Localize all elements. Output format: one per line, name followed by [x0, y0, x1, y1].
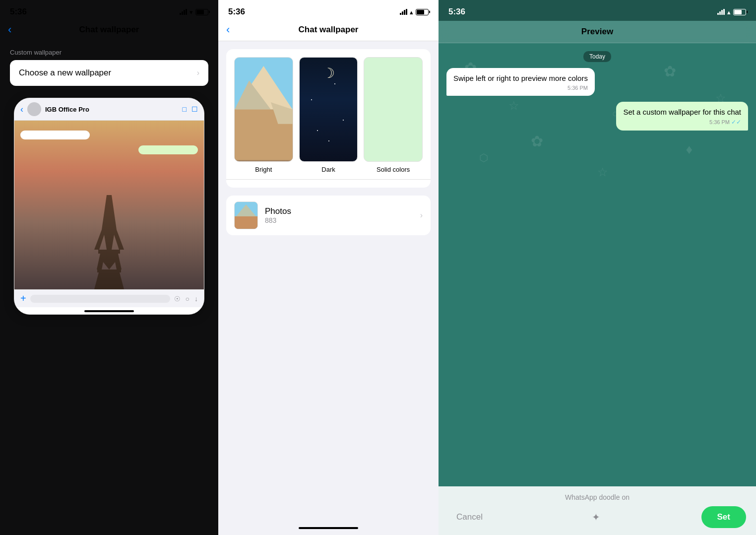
status-time-center: 5:36	[228, 7, 245, 17]
received-time-1: 5:36 PM	[453, 85, 588, 91]
today-badge: Today	[583, 51, 611, 62]
photos-item[interactable]: Photos 883 ›	[226, 196, 431, 235]
chat-action-icons: □ ☐	[183, 105, 198, 113]
battery-icon-center	[416, 9, 429, 15]
photos-count: 883	[265, 216, 413, 224]
photos-section[interactable]: Photos 883 ›	[226, 196, 431, 235]
dark-wallpaper-option[interactable]: ☽ Dark	[299, 57, 358, 173]
back-button-left[interactable]: ‹	[8, 23, 11, 36]
svg-rect-1	[98, 250, 120, 254]
chevron-right-icon: ›	[197, 68, 199, 77]
camera-icon: ○	[186, 295, 189, 303]
sent-message-text-1: Set a custom wallpaper for this chat	[623, 107, 741, 117]
signal-icon-left	[180, 9, 187, 15]
custom-wallpaper-section: Custom wallpaper Choose a new wallpaper …	[0, 39, 218, 90]
home-indicator-center	[218, 522, 439, 535]
wallpaper-grid-section: Bright ☽ Dark	[226, 49, 431, 188]
status-icons-center: ▴	[400, 8, 429, 16]
received-message-1: Swipe left or right to preview more colo…	[446, 68, 595, 96]
nav-title-left: Chat wallpaper	[79, 25, 139, 35]
center-panel: 5:36 ▴ ‹ Chat wallpaper	[218, 0, 439, 535]
preview-actions: Cancel ✦ Set	[448, 506, 746, 528]
dark-thumb-image: ☽	[299, 57, 358, 162]
sticker-icon: ☉	[174, 295, 181, 303]
video-icon: □	[183, 105, 187, 113]
status-bar-right: 5:36 ▴	[439, 0, 756, 21]
status-bar-center: 5:36 ▴	[218, 0, 439, 21]
chat-avatar	[27, 102, 41, 116]
add-icon: +	[20, 293, 26, 304]
svg-rect-11	[235, 216, 257, 229]
status-time-right: 5:36	[448, 7, 465, 17]
cancel-button[interactable]: Cancel	[448, 507, 491, 527]
divider	[226, 179, 431, 180]
bright-thumb-image	[234, 57, 293, 162]
sparkle-icon: ✦	[592, 511, 600, 523]
chat-body	[14, 121, 204, 289]
nav-bar-left: ‹ Chat wallpaper	[0, 21, 218, 39]
choose-wallpaper-text: Choose a new wallpaper	[19, 68, 111, 78]
svg-text:♦: ♦	[686, 142, 693, 157]
phone-icon: ☐	[191, 105, 198, 113]
wifi-icon-right: ▴	[727, 8, 731, 16]
chat-preview-phone: ‹ IGB Office Pro □ ☐	[14, 98, 204, 315]
svg-marker-4	[94, 272, 124, 289]
mic-icon: ↓	[194, 295, 198, 303]
sent-bubble	[138, 145, 198, 154]
bright-label: Bright	[255, 166, 272, 173]
wallpaper-thumbnails: Bright ☽ Dark	[234, 57, 423, 173]
left-panel: 5:36 ▾ ‹ Chat wallpaper Custom wallpaper…	[0, 0, 218, 535]
photos-chevron-icon: ›	[420, 211, 423, 220]
signal-icon-center	[400, 9, 407, 15]
moon-icon: ☽	[322, 65, 335, 81]
solid-label: Solid colors	[377, 166, 410, 173]
back-button-center[interactable]: ‹	[226, 23, 230, 36]
solid-colors-option[interactable]: Solid colors	[364, 57, 423, 173]
chat-preview-header: ‹ IGB Office Pro □ ☐	[14, 98, 204, 121]
svg-marker-0	[94, 195, 124, 250]
chat-back-icon: ‹	[20, 104, 23, 115]
svg-marker-2	[97, 254, 122, 269]
status-icons-left: ▾	[180, 8, 208, 16]
svg-rect-3	[97, 269, 121, 272]
photos-thumb-svg	[235, 202, 257, 229]
received-message-text-1: Swipe left or right to preview more colo…	[453, 73, 588, 83]
wifi-icon-center: ▴	[410, 8, 413, 16]
photos-thumbnail	[234, 201, 258, 229]
input-action-icons: ☉ ○ ↓	[174, 295, 198, 303]
sent-message-1: Set a custom wallpaper for this chat 5:3…	[616, 102, 748, 131]
preview-header: Preview	[439, 21, 756, 43]
chat-name: IGB Office Pro	[45, 106, 179, 113]
received-bubble	[20, 131, 90, 139]
mountain-svg	[235, 58, 293, 161]
bright-wallpaper-option[interactable]: Bright	[234, 57, 293, 173]
wifi-icon-left: ▾	[189, 8, 193, 16]
nav-bar-center: ‹ Chat wallpaper	[218, 21, 439, 41]
preview-bottom: WhatsApp doodle on Cancel ✦ Set	[439, 486, 756, 535]
svg-text:☆: ☆	[508, 99, 519, 112]
solid-thumb-image	[364, 57, 423, 162]
sent-time-1: 5:36 PM ✓✓	[623, 119, 741, 126]
set-button[interactable]: Set	[701, 506, 746, 528]
nav-title-center: Chat wallpaper	[299, 25, 359, 35]
preview-title: Preview	[581, 27, 613, 36]
dark-label: Dark	[321, 166, 335, 173]
chat-input-bar: + ☉ ○ ↓	[14, 289, 204, 307]
svg-text:✿: ✿	[664, 63, 676, 79]
choose-wallpaper-button[interactable]: Choose a new wallpaper ›	[10, 60, 208, 86]
photos-info: Photos 883	[265, 206, 413, 224]
status-icons-right: ▴	[717, 8, 746, 16]
photos-title: Photos	[265, 206, 413, 216]
chat-preview-container: ‹ IGB Office Pro □ ☐	[0, 90, 218, 323]
svg-text:☆: ☆	[597, 165, 608, 179]
doodle-label: WhatsApp doodle on	[448, 493, 746, 501]
home-indicator-left	[14, 307, 204, 314]
preview-chat-area: ✿ ☆ ♦ ○ ✿ ☆ ⬡ ✿ ☆ ♦ Today Swipe left or …	[439, 43, 756, 486]
double-tick-icon: ✓✓	[731, 119, 741, 126]
signal-icon-right	[717, 9, 725, 15]
eiffel-silhouette	[60, 190, 159, 289]
wallpaper-content: Bright ☽ Dark	[218, 41, 439, 522]
right-panel: 5:36 ▴ Preview ✿ ☆ ♦ ○ ✿	[439, 0, 756, 535]
svg-text:✿: ✿	[531, 133, 543, 149]
status-time-left: 5:36	[10, 7, 27, 17]
